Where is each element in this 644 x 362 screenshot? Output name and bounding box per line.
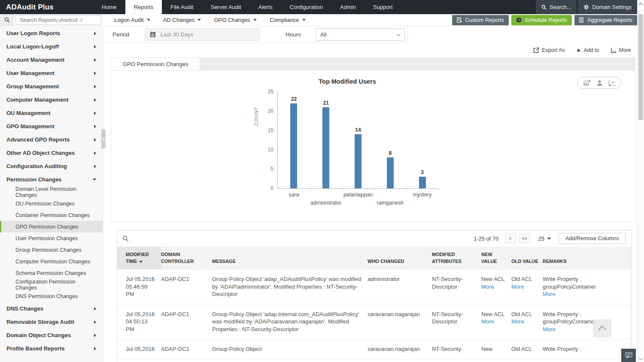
sidebar-item-user-logon-reports[interactable]: User Logon Reports: [0, 27, 103, 40]
hours-select[interactable]: All: [316, 28, 405, 41]
column-header-domain-controller[interactable]: DOMAIN CONTROLLER: [161, 247, 212, 269]
sidebar-subitem-user-permission-changes[interactable]: User Permission Changes: [0, 232, 103, 244]
nav-item-admin[interactable]: Admin: [331, 0, 365, 14]
scrollbar-up-arrow[interactable]: [639, 3, 643, 7]
last-page-button[interactable]: [519, 234, 530, 243]
report-table-panel: 1-25 of 70 25 Add/Remove Columns MODIFIE…: [117, 230, 632, 362]
export-icon: [533, 47, 539, 53]
remarks-more-link[interactable]: More: [543, 290, 627, 298]
old-value-more-link[interactable]: More: [511, 283, 538, 291]
sidebar-subitem-domain-level-permission-changes[interactable]: Domain Level Permission Changes: [0, 186, 103, 198]
x-axis-label: ramganesh: [377, 200, 404, 206]
cell-new-value: New ACLMore: [481, 269, 511, 305]
column-header-modified-attributes[interactable]: MODIFIED ATTRIBUTES: [432, 247, 481, 269]
sidebar-subitem-schema-permission-changes[interactable]: Schema Permission Changes: [0, 267, 103, 279]
column-header-old-value[interactable]: OLD VALUE: [511, 247, 543, 269]
chevron-down-icon: [392, 29, 404, 40]
sidebar-subitem-gpo-permission-changes[interactable]: GPO Permission Changes: [0, 221, 103, 232]
aggregate-reports-button[interactable]: Aggregate Reports: [574, 15, 637, 25]
nav-item-support[interactable]: Support: [365, 0, 401, 14]
add-remove-columns-button[interactable]: Add/Remove Columns: [559, 233, 626, 244]
sidebar-item-advanced-gpo-reports[interactable]: Advanced GPO Reports: [0, 133, 103, 146]
export-as-button[interactable]: Export As: [533, 47, 565, 53]
page-scrollbar[interactable]: [637, 0, 644, 362]
feedback-button[interactable]: [621, 349, 636, 362]
top-navigation-bar: ADAudit Plus Home Reports File Audit Ser…: [0, 0, 644, 14]
new-value-more-link[interactable]: More: [481, 283, 507, 291]
sidebar-item-permission-changes[interactable]: Permission Changes: [0, 173, 103, 186]
sidebar-item-profile-based-reports[interactable]: Profile Based Reports: [0, 342, 103, 355]
column-header-remarks[interactable]: REMARKS: [543, 247, 631, 269]
report-search-icon-box: [0, 14, 14, 26]
menu-compliance[interactable]: Compliance: [270, 17, 306, 23]
custom-reports-button[interactable]: Custom Reports: [452, 15, 508, 25]
next-page-icon: [510, 237, 512, 240]
calendar-icon: [145, 31, 161, 37]
sidebar-item-group-management[interactable]: Group Management: [0, 80, 103, 93]
cell-domain-controller: ADAP-DC1: [161, 339, 212, 359]
sidebar-item-configuration-auditing[interactable]: Configuration Auditing: [0, 160, 103, 173]
column-header-who-changed[interactable]: WHO CHANGED: [368, 247, 432, 269]
nav-item-file-audit[interactable]: File Audit: [162, 0, 202, 14]
old-value-more-link[interactable]: More: [511, 318, 538, 326]
bar-series: 22 sara 21 administrator 14 palan: [278, 92, 438, 188]
next-page-button[interactable]: [505, 234, 516, 243]
sidebar-item-other-ad-object-changes[interactable]: Other AD Object Changes: [0, 146, 103, 160]
scroll-to-top-button[interactable]: [593, 319, 611, 338]
column-header-new-value[interactable]: NEW VALUE: [481, 247, 511, 269]
top-users-icon[interactable]: [596, 80, 603, 86]
nav-item-configuration[interactable]: Configuration: [281, 0, 331, 14]
column-header-modified-time[interactable]: MODIFIED TIME: [117, 247, 161, 269]
nav-item-home[interactable]: Home: [93, 0, 125, 14]
schedule-reports-button[interactable]: Schedule Reports: [511, 15, 572, 25]
sidebar-item-dns-changes[interactable]: DNS Changes: [0, 302, 103, 315]
cell-modified-time: Jul 05,2016 04:50:13 PM: [117, 304, 161, 339]
hours-value: All: [320, 31, 326, 38]
sidebar-subitem-ou-permission-changes[interactable]: OU Permission Changes: [0, 198, 103, 209]
cell-new-value: New: [481, 339, 511, 359]
tab-gpo-permission-changes[interactable]: GPO Permission Changes: [111, 58, 200, 70]
sidebar-subitem-computer-permission-changes[interactable]: Computer Permission Changes: [0, 256, 103, 267]
last-page-icon: [522, 237, 525, 240]
sidebar-item-account-management[interactable]: Account Management: [0, 53, 103, 66]
menu-ad-changes[interactable]: AD Changes: [163, 17, 201, 23]
sidebar-item-computer-management[interactable]: Computer Management: [0, 93, 103, 106]
sidebar-subitem-container-permission-changes[interactable]: Container Permission Changes: [0, 209, 103, 221]
remarks-more-link[interactable]: More: [543, 326, 627, 333]
menu-gpo-changes[interactable]: GPO Changes: [214, 17, 257, 23]
table-row: Jul 05,2016 04:50:13 PM ADAP-DC1 Group P…: [117, 304, 631, 339]
sidebar-item-ou-management[interactable]: OU Management: [0, 106, 103, 120]
report-toolbar: Logon Audit AD Changes GPO Changes Compl…: [0, 14, 644, 26]
nav-item-reports[interactable]: Reports: [125, 0, 162, 14]
page-size-select[interactable]: 25: [538, 235, 550, 242]
sidebar-subitem-dns-permission-changes[interactable]: DNS Permission Changes: [0, 290, 103, 302]
nav-item-alerts[interactable]: Alerts: [250, 0, 281, 14]
domain-settings-button[interactable]: Domain Settings: [578, 0, 637, 14]
report-search-input[interactable]: [15, 15, 101, 25]
scrollbar-thumb[interactable]: [638, 14, 643, 120]
sidebar-subitem-configuration-permission-changes[interactable]: Configuration Permission Changes: [0, 279, 103, 290]
column-header-message[interactable]: MESSAGE: [212, 247, 368, 269]
cell-modified-attributes: NT-Security-Descriptor: [432, 269, 481, 305]
chart-type-icon[interactable]: [583, 79, 591, 86]
scrollbar-down-arrow[interactable]: [639, 356, 643, 360]
nav-item-server-audit[interactable]: Server Audit: [202, 0, 250, 14]
sidebar-item-user-management[interactable]: User Management: [0, 66, 103, 80]
sidebar-item-local-logon-logoff[interactable]: Local Logon-Logoff: [0, 40, 103, 53]
menu-logon-audit[interactable]: Logon Audit: [114, 17, 150, 23]
chart-refresh-icon[interactable]: [608, 80, 615, 86]
bar-ramganesh: [387, 157, 394, 188]
sidebar-item-domain-object-changes[interactable]: Domain Object Changes: [0, 329, 103, 342]
sidebar-item-removable-storage-audit[interactable]: Removable Storage Audit: [0, 315, 103, 329]
more-actions-button[interactable]: More: [611, 47, 631, 53]
sidebar-item-gpo-management[interactable]: GPO Management: [0, 120, 103, 133]
table-search-icon[interactable]: [122, 235, 129, 242]
cell-modified-attributes: NT-Security-Descriptor: [432, 304, 481, 339]
cell-remarks: Write Property :: [543, 339, 631, 359]
sidebar-subitem-group-permission-changes[interactable]: Group Permission Changes: [0, 244, 103, 256]
sidebar-collapse-handle[interactable]: [101, 129, 106, 149]
period-picker[interactable]: Last 30 Days: [145, 28, 260, 41]
new-value-more-link[interactable]: More: [481, 318, 507, 326]
global-search-button[interactable]: Search...: [536, 0, 577, 14]
add-to-button[interactable]: ★ Add to: [576, 47, 599, 53]
